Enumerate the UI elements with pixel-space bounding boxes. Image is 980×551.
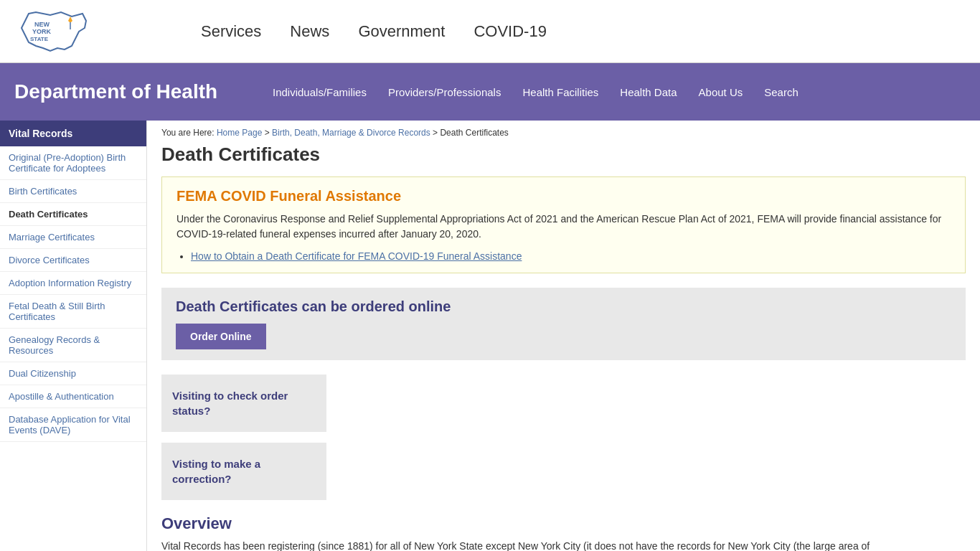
nav-health-data[interactable]: Health Data <box>620 86 677 98</box>
nav-about-us[interactable]: About Us <box>699 86 743 98</box>
breadcrumb: You are Here: Home Page > Birth, Death, … <box>161 128 966 138</box>
department-title: Department of Health <box>14 80 230 103</box>
breadcrumb-home[interactable]: Home Page <box>217 128 262 138</box>
main-layout: Vital Records Original (Pre-Adoption) Bi… <box>0 121 980 551</box>
overview-text: Vital Records has been registering (sinc… <box>161 539 966 551</box>
sidebar-genealogy[interactable]: Genealogy Records & Resources <box>0 329 146 362</box>
nav-government[interactable]: Government <box>358 22 445 41</box>
sidebar-birth-certs[interactable]: Birth Certificates <box>0 180 146 203</box>
order-title: Death Certificates can be ordered online <box>176 298 951 315</box>
nav-providers-professionals[interactable]: Providers/Professionals <box>388 86 501 98</box>
breadcrumb-current: Death Certificates <box>440 128 508 138</box>
make-correction-link[interactable]: Visting to make a correction? <box>172 456 316 486</box>
sidebar-fetal-death[interactable]: Fetal Death & Still Birth Certificates <box>0 295 146 329</box>
nav-covid19[interactable]: COVID-19 <box>473 22 546 41</box>
fema-text: Under the Coronavirus Response and Relie… <box>176 212 951 242</box>
top-nav-links: Services News Government COVID-19 <box>201 22 547 41</box>
sidebar-adoption-registry[interactable]: Adoption Information Registry <box>0 272 146 295</box>
cards-section: Visiting to check order status? Visting … <box>161 375 334 500</box>
nav-individuals-families[interactable]: Individuals/Families <box>273 86 367 98</box>
sidebar-marriage-certs[interactable]: Marriage Certificates <box>0 226 146 249</box>
breadcrumb-bdm[interactable]: Birth, Death, Marriage & Divorce Records <box>272 128 430 138</box>
sidebar-divorce-certs[interactable]: Divorce Certificates <box>0 249 146 272</box>
check-order-card: Visiting to check order status? <box>161 375 326 432</box>
ny-state-logo: NEW YORK STATE <box>14 6 100 57</box>
order-online-button[interactable]: Order Online <box>176 324 266 349</box>
department-nav: Individuals/Families Providers/Professio… <box>273 86 798 98</box>
main-content: You are Here: Home Page > Birth, Death, … <box>147 121 980 551</box>
check-order-link[interactable]: Visiting to check order status? <box>172 388 316 418</box>
logo-area: NEW YORK STATE <box>14 6 158 57</box>
overview-title: Overview <box>161 514 966 533</box>
breadcrumb-sep2: > <box>433 128 440 138</box>
fema-link[interactable]: How to Obtain a Death Certificate for FE… <box>191 250 522 262</box>
nav-health-facilities[interactable]: Health Facilities <box>522 86 598 98</box>
fema-links: How to Obtain a Death Certificate for FE… <box>191 250 951 262</box>
make-correction-card: Visting to make a correction? <box>161 443 326 500</box>
sidebar-death-certs[interactable]: Death Certificates <box>0 203 146 226</box>
sidebar-dave[interactable]: Database Application for Vital Events (D… <box>0 408 146 442</box>
sidebar-apostille[interactable]: Apostille & Authentication <box>0 385 146 408</box>
sidebar: Vital Records Original (Pre-Adoption) Bi… <box>0 121 147 551</box>
nav-search[interactable]: Search <box>764 86 798 98</box>
breadcrumb-prefix: You are Here: <box>161 128 215 138</box>
nav-services[interactable]: Services <box>201 22 261 41</box>
sidebar-dual-citizenship[interactable]: Dual Citizenship <box>0 362 146 385</box>
top-navigation: NEW YORK STATE Services News Government … <box>0 0 980 63</box>
sidebar-pre-adoption[interactable]: Original (Pre-Adoption) Birth Certificat… <box>0 146 146 180</box>
svg-text:STATE: STATE <box>30 36 49 42</box>
svg-text:NEW: NEW <box>34 21 50 28</box>
fema-box: FEMA COVID Funeral Assistance Under the … <box>161 176 966 273</box>
fema-title: FEMA COVID Funeral Assistance <box>176 188 951 204</box>
page-title: Death Certificates <box>161 143 966 166</box>
department-header: Department of Health Individuals/Familie… <box>0 63 980 121</box>
breadcrumb-sep1: > <box>265 128 272 138</box>
nav-news[interactable]: News <box>290 22 329 41</box>
sidebar-title: Vital Records <box>0 121 146 146</box>
order-section: Death Certificates can be ordered online… <box>161 288 966 360</box>
svg-text:YORK: YORK <box>32 28 52 35</box>
